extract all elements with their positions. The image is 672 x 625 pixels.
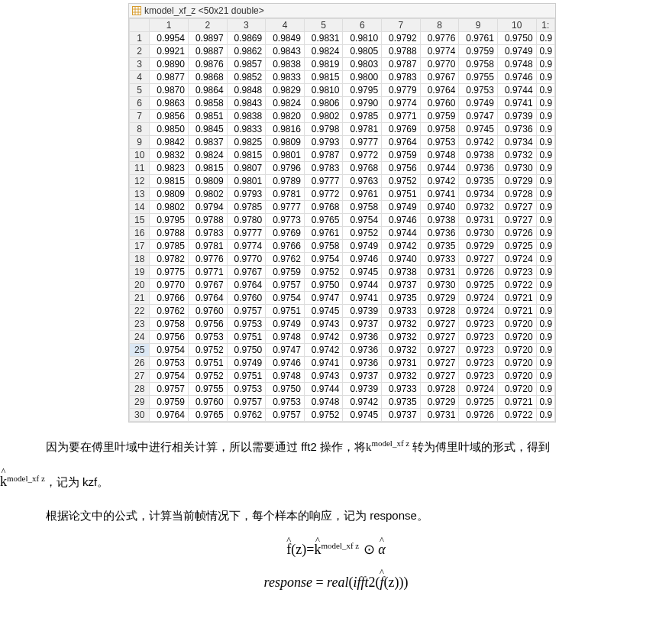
cell[interactable]: 0.9729 [459,240,498,253]
cell[interactable]: 0.9842 [150,136,189,149]
cell[interactable]: 0.9740 [420,201,459,214]
cell[interactable]: 0.9726 [497,227,536,240]
cell[interactable]: 0.9724 [459,383,498,396]
cell[interactable]: 0.9745 [343,266,382,279]
col-header[interactable]: 1 [150,19,189,32]
cell[interactable]: 0.9852 [227,71,266,84]
cell[interactable]: 0.9723 [459,370,498,383]
cell[interactable]: 0.9 [536,370,554,383]
cell[interactable]: 0.9764 [150,409,189,422]
cell[interactable]: 0.9736 [459,162,498,175]
cell[interactable]: 0.9868 [188,71,227,84]
cell[interactable]: 0.9774 [227,240,266,253]
cell[interactable]: 0.9788 [150,227,189,240]
cell[interactable]: 0.9771 [382,110,421,123]
cell[interactable]: 0.9796 [266,162,305,175]
cell[interactable]: 0.9793 [227,188,266,201]
cell[interactable]: 0.9764 [382,136,421,149]
cell[interactable]: 0.9746 [497,71,536,84]
cell[interactable]: 0.9753 [188,331,227,344]
row-header[interactable]: 27 [130,370,150,383]
cell[interactable]: 0.9954 [150,32,189,45]
cell[interactable]: 0.9732 [382,318,421,331]
cell[interactable]: 0.9794 [188,201,227,214]
cell[interactable]: 0.9748 [304,396,343,409]
cell[interactable]: 0.9735 [382,292,421,305]
cell[interactable]: 0.9843 [266,45,305,58]
row-header[interactable]: 1 [130,32,150,45]
cell[interactable]: 0.9741 [497,97,536,110]
cell[interactable]: 0.9742 [382,240,421,253]
cell[interactable]: 0.9758 [420,123,459,136]
cell[interactable]: 0.9726 [459,409,498,422]
cell[interactable]: 0.9782 [150,253,189,266]
cell[interactable]: 0.9740 [382,253,421,266]
cell[interactable]: 0.9 [536,214,554,227]
cell[interactable]: 0.9744 [343,279,382,292]
cell[interactable]: 0.9753 [459,84,498,97]
cell[interactable]: 0.9760 [420,97,459,110]
cell[interactable]: 0.9742 [304,344,343,357]
cell[interactable]: 0.9802 [304,110,343,123]
col-header[interactable]: 2 [188,19,227,32]
cell[interactable]: 0.9755 [188,383,227,396]
row-header[interactable]: 26 [130,357,150,370]
cell[interactable]: 0.9764 [188,292,227,305]
cell[interactable]: 0.9738 [382,266,421,279]
cell[interactable]: 0.9752 [304,266,343,279]
cell[interactable]: 0.9743 [304,370,343,383]
cell[interactable]: 0.9825 [227,136,266,149]
cell[interactable]: 0.9770 [420,58,459,71]
cell[interactable]: 0.9766 [266,240,305,253]
row-header[interactable]: 7 [130,110,150,123]
cell[interactable]: 0.9762 [227,409,266,422]
cell[interactable]: 0.9734 [497,136,536,149]
row-header[interactable]: 20 [130,279,150,292]
cell[interactable]: 0.9742 [304,331,343,344]
cell[interactable]: 0.9761 [459,32,498,45]
cell[interactable]: 0.9733 [382,305,421,318]
col-header[interactable]: 10 [497,19,536,32]
cell[interactable]: 0.9 [536,123,554,136]
cell[interactable]: 0.9751 [227,370,266,383]
cell[interactable]: 0.9748 [420,149,459,162]
cell[interactable]: 0.9805 [343,45,382,58]
cell[interactable]: 0.9758 [343,201,382,214]
cell[interactable]: 0.9815 [227,149,266,162]
cell[interactable]: 0.9763 [343,175,382,188]
row-header[interactable]: 18 [130,253,150,266]
cell[interactable]: 0.9731 [382,357,421,370]
cell[interactable]: 0.9742 [343,396,382,409]
cell[interactable]: 0.9769 [382,123,421,136]
cell[interactable]: 0.9877 [150,71,189,84]
cell[interactable]: 0.9723 [459,357,498,370]
cell[interactable]: 0.9809 [188,175,227,188]
cell[interactable]: 0.9832 [150,149,189,162]
cell[interactable]: 0.9756 [150,331,189,344]
cell[interactable]: 0.9727 [497,201,536,214]
cell[interactable]: 0.9764 [420,84,459,97]
row-header[interactable]: 10 [130,149,150,162]
cell[interactable]: 0.9749 [227,357,266,370]
cell[interactable]: 0.9749 [497,45,536,58]
row-header[interactable]: 21 [130,292,150,305]
cell[interactable]: 0.9780 [227,214,266,227]
cell[interactable]: 0.9845 [188,123,227,136]
cell[interactable]: 0.9 [536,409,554,422]
cell[interactable]: 0.9748 [266,331,305,344]
cell[interactable]: 0.9759 [266,266,305,279]
cell[interactable]: 0.9770 [227,253,266,266]
cell[interactable]: 0.9776 [188,253,227,266]
cell[interactable]: 0.9746 [382,214,421,227]
cell[interactable]: 0.9761 [343,188,382,201]
cell[interactable]: 0.9732 [382,344,421,357]
cell[interactable]: 0.9 [536,279,554,292]
cell[interactable]: 0.9737 [343,318,382,331]
cell[interactable]: 0.9779 [382,84,421,97]
cell[interactable]: 0.9864 [188,84,227,97]
cell[interactable]: 0.9801 [266,149,305,162]
cell[interactable]: 0.9736 [343,357,382,370]
cell[interactable]: 0.9789 [266,175,305,188]
cell[interactable]: 0.9 [536,253,554,266]
cell[interactable]: 0.9788 [382,45,421,58]
